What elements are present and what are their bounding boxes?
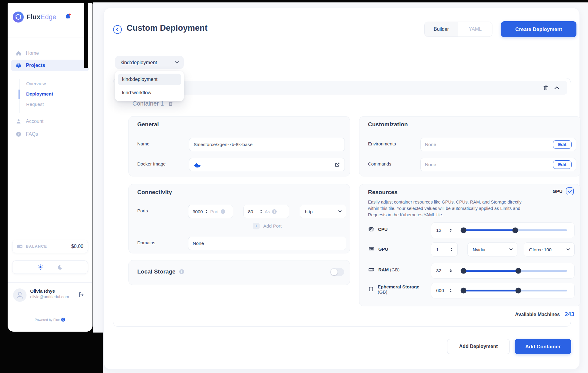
cpu-slider[interactable] [464, 229, 567, 231]
cpu-value-stepper[interactable]: 12 [431, 223, 456, 238]
page-title: Custom Deployment [127, 23, 208, 33]
view-toggle: Builder YAML [424, 22, 492, 37]
kind-select[interactable]: kind:deployment [115, 56, 184, 69]
kind-option-deployment[interactable]: kind:deployment [118, 74, 181, 85]
environments-input[interactable]: None Edit [420, 138, 576, 151]
gpu-toggle-row: GPU [359, 187, 574, 195]
stepper-icon[interactable] [449, 269, 452, 273]
tab-builder[interactable]: Builder [425, 22, 458, 37]
stepper-icon[interactable] [205, 210, 208, 213]
slider-handle-end[interactable] [516, 288, 521, 294]
name-input[interactable]: Salesforce/xgen-7b-8k-base [189, 138, 345, 151]
sidebar-item-projects[interactable]: Projects [11, 60, 89, 71]
gpu-row-label: GPU [368, 246, 388, 252]
gpu-checkbox[interactable] [566, 187, 574, 195]
local-storage-toggle[interactable] [330, 268, 344, 276]
create-deployment-button[interactable]: Create Deployment [501, 21, 576, 37]
collapse-deployment-button[interactable] [554, 86, 559, 89]
ram-slider[interactable] [464, 270, 567, 272]
external-link-icon [334, 162, 340, 168]
domains-label: Domains [137, 240, 155, 245]
powered-by: Powered by Flux [8, 318, 92, 322]
sidebar-item-faqs[interactable]: ? FAQs [16, 129, 38, 139]
domains-input[interactable]: None [188, 237, 346, 250]
back-button[interactable] [113, 25, 122, 34]
gpu-model-select[interactable]: Gforce 100 [524, 242, 575, 256]
docker-image-label: Docker Image [137, 161, 166, 166]
balance-label: BALANCE [26, 244, 47, 249]
available-machines-label: Available Machines [515, 312, 560, 317]
bell-icon [64, 13, 72, 20]
port-as-input[interactable]: 80 As i [243, 205, 289, 218]
customization-tile: Customization Environments None Edit Com… [359, 116, 581, 176]
sidebar-subitem-request[interactable]: Request [26, 100, 44, 109]
slider-fill [464, 290, 518, 291]
port-number-input[interactable]: 3000 Port i [188, 205, 233, 218]
add-port-label: Add Port [263, 223, 282, 229]
moon-icon[interactable] [57, 264, 63, 270]
ephemeral-value-stepper[interactable]: 600 [431, 283, 456, 298]
divider [8, 37, 92, 37]
sun-icon[interactable] [37, 264, 44, 270]
slider-handle-start[interactable] [461, 288, 467, 294]
ports-label: Ports [137, 208, 148, 213]
sidebar-subitem-overview[interactable]: Overview [26, 79, 46, 88]
divider [8, 282, 92, 283]
gpu-count-value: 1 [436, 247, 439, 252]
stepper-icon[interactable] [449, 228, 452, 232]
docker-icon [194, 162, 201, 168]
docker-image-input[interactable] [189, 158, 345, 171]
sidebar-item-account[interactable]: Account [16, 116, 44, 127]
ephemeral-row-label: Ephemeral Storage (GB) [368, 284, 419, 295]
kind-option-workflow[interactable]: kind:workflow [118, 87, 181, 99]
slider-handle-start[interactable] [461, 228, 467, 233]
chevron-down-icon [175, 61, 179, 64]
slider-fill [464, 229, 515, 231]
gpu-count-stepper[interactable]: 1 [431, 242, 458, 256]
gpu-vendor-select[interactable]: Nvidia [467, 242, 517, 256]
trash-icon [543, 85, 549, 91]
home-icon [16, 50, 22, 56]
stepper-icon[interactable] [449, 289, 452, 292]
sidebar-subitem-deployment[interactable]: Deployment [26, 89, 53, 99]
ram-icon [368, 267, 375, 273]
docker-image-link-button[interactable] [334, 162, 340, 168]
port-as-value: 80 [248, 209, 253, 214]
slider-handle-end[interactable] [513, 228, 518, 233]
user-profile[interactable]: Olivia Rhye olivia@untitledui.com [13, 288, 87, 299]
delete-container-button[interactable] [168, 101, 173, 106]
ephemeral-label: Ephemeral Storage (GB) [378, 284, 419, 295]
slider-fill [464, 270, 518, 272]
ephemeral-slider[interactable] [464, 290, 567, 291]
tab-yaml[interactable]: YAML [458, 22, 492, 37]
protocol-select[interactable]: http [300, 205, 346, 218]
sidebar-item-label: Projects [26, 63, 45, 68]
logout-button[interactable] [78, 291, 85, 298]
stepper-icon[interactable] [260, 210, 263, 213]
slider-handle-start[interactable] [461, 268, 467, 274]
main-card: Custom Deployment Builder YAML Create De… [103, 8, 580, 370]
sidebar-item-home[interactable]: Home [16, 48, 39, 58]
notification-dot [69, 14, 71, 16]
notifications-button[interactable] [64, 13, 72, 20]
slider-handle-end[interactable] [516, 268, 521, 274]
commands-edit-button[interactable]: Edit [553, 160, 572, 169]
ram-value: 32 [436, 268, 441, 274]
environments-edit-button[interactable]: Edit [553, 140, 572, 149]
stepper-icon[interactable] [450, 248, 453, 251]
add-container-button[interactable]: Add Container [515, 339, 571, 354]
gpu-icon [368, 246, 375, 252]
flux-mini-logo [61, 318, 65, 322]
commands-input[interactable]: None Edit [420, 158, 576, 171]
add-deployment-button[interactable]: Add Deployment [447, 339, 510, 354]
add-port-button[interactable]: + Add Port [253, 223, 282, 229]
plus-icon: + [253, 223, 260, 229]
cpu-label: CPU [378, 227, 388, 232]
ephemeral-value: 600 [436, 288, 444, 293]
storage-drive-icon [368, 286, 374, 293]
ram-value-stepper[interactable]: 32 [431, 263, 456, 278]
arrow-left-icon [113, 25, 122, 34]
kind-select-menu: kind:deployment kind:workflow [115, 71, 184, 101]
page-background: Custom Deployment Builder YAML Create De… [93, 0, 588, 373]
delete-deployment-button[interactable] [543, 85, 549, 91]
